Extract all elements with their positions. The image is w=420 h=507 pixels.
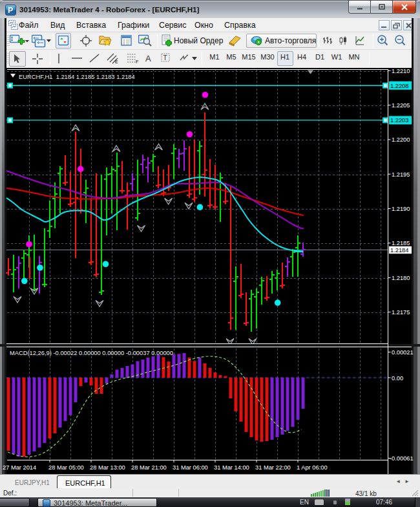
svg-text:A: A: [145, 54, 151, 63]
svg-text:27 Mar 2014: 27 Mar 2014: [3, 464, 36, 471]
svg-text:1.2200: 1.2200: [392, 136, 410, 143]
svg-text:0.00: 0.00: [392, 375, 403, 382]
svg-text:31 Mar 06:00: 31 Mar 06:00: [173, 464, 208, 471]
svg-text:1.2185: 1.2185: [392, 240, 410, 246]
svg-text:1.2175: 1.2175: [392, 309, 410, 316]
svg-text:E: E: [115, 59, 118, 64]
svg-text:1.2208: 1.2208: [390, 83, 408, 89]
svg-text:1.2190: 1.2190: [392, 206, 410, 212]
svg-text:MACD(12,26,9) -0.00022 0.00000: MACD(12,26,9) -0.00022 0.00000 0.00000 -…: [10, 350, 173, 356]
svg-text:28 Mar 05:00: 28 Mar 05:00: [48, 464, 84, 471]
svg-text:1.2205: 1.2205: [392, 102, 410, 109]
svg-text:1 Apr 06:00: 1 Apr 06:00: [297, 464, 328, 471]
svg-text:1.2180: 1.2180: [392, 275, 410, 281]
svg-text:28 Mar 21:00: 28 Mar 21:00: [131, 464, 167, 471]
svg-text:EURCHF,H1 1.2184 1.2185 1.218: EURCHF,H1 1.2184 1.2185 1.2183 1.2184: [19, 74, 135, 80]
svg-text:1.2210: 1.2210: [392, 68, 410, 74]
svg-text:0.00021: 0.00021: [392, 349, 414, 356]
svg-text:T: T: [163, 54, 167, 61]
svg-text:F: F: [136, 59, 138, 64]
svg-text:1.2203: 1.2203: [390, 117, 408, 124]
svg-text:31 Mar 14:00: 31 Mar 14:00: [214, 464, 249, 471]
svg-text:28 Mar 13:00: 28 Mar 13:00: [90, 464, 125, 471]
svg-text:1.2195: 1.2195: [392, 171, 410, 178]
svg-text:1.2184: 1.2184: [390, 247, 408, 253]
svg-text:31 Mar 22:00: 31 Mar 22:00: [255, 464, 291, 471]
svg-text:-0.00061: -0.00061: [390, 455, 414, 462]
